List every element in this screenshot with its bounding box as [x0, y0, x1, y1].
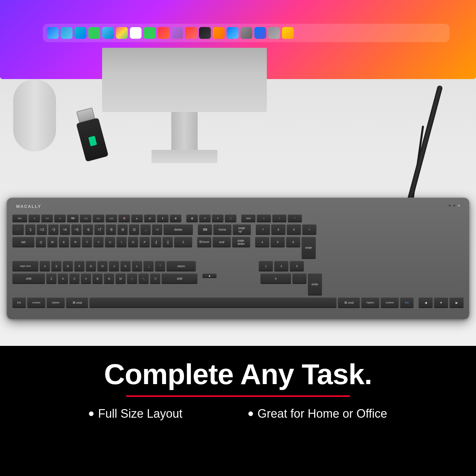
key-np-enter-2[interactable]: enter	[308, 273, 322, 295]
key-fwd-delete[interactable]: ⌦delete	[197, 237, 211, 247]
key-0[interactable]: )0	[129, 224, 139, 235]
key-cmd-left[interactable]: ⌘ cmd	[66, 297, 88, 308]
key-n[interactable]: N	[104, 273, 114, 284]
key-backslash[interactable]: |\	[174, 237, 192, 247]
key-pgup[interactable]: pageup	[233, 224, 251, 235]
key-lbracket[interactable]: {[	[151, 237, 161, 247]
key-np-8[interactable]: 8	[271, 224, 286, 235]
key-s[interactable]: S	[51, 261, 62, 271]
key-comma[interactable]: <,	[127, 273, 137, 284]
key-np-2[interactable]: 2	[274, 261, 289, 271]
key-np-plus[interactable]: +	[302, 224, 317, 235]
key-1[interactable]: !1	[25, 224, 36, 235]
key-num-lock[interactable]: ⌨	[198, 224, 212, 235]
key-x[interactable]: X	[58, 273, 68, 284]
key-4[interactable]: $4	[60, 224, 70, 235]
key-backtick[interactable]: ~`	[12, 224, 24, 235]
key-o[interactable]: O	[128, 237, 138, 247]
key-k[interactable]: K	[120, 261, 131, 271]
key-bright-up[interactable]: ☀	[212, 214, 224, 222]
key-2[interactable]: @2	[37, 224, 47, 235]
key-rbracket[interactable]: }]	[162, 237, 173, 247]
key-end[interactable]: end	[212, 237, 231, 247]
key-f11[interactable]: ⬆	[157, 214, 169, 222]
key-r[interactable]: R	[70, 237, 81, 247]
key-h[interactable]: H	[97, 261, 108, 271]
key-f3[interactable]: ✦	[54, 214, 66, 222]
key-c[interactable]: C	[69, 273, 80, 284]
key-down[interactable]: ▼	[434, 297, 448, 308]
key-np-eq[interactable]: =	[257, 214, 271, 222]
key-np-enter[interactable]: enter	[301, 237, 316, 259]
key-f7[interactable]: ▷▷|	[105, 214, 117, 222]
key-8[interactable]: *8	[106, 224, 116, 235]
key-esc[interactable]: esc	[12, 214, 27, 222]
key-d[interactable]: D	[63, 261, 73, 271]
key-pwr[interactable]: ⏻	[186, 214, 198, 222]
key-shift-right[interactable]: shift	[161, 273, 198, 284]
key-option-left[interactable]: Option	[46, 297, 65, 308]
key-f4[interactable]: ⌨	[67, 214, 79, 222]
key-9[interactable]: (9	[117, 224, 128, 235]
key-period[interactable]: >.	[138, 273, 149, 284]
key-p[interactable]: P	[139, 237, 150, 247]
key-g[interactable]: G	[86, 261, 96, 271]
key-f10[interactable]: 🔊	[144, 214, 156, 222]
key-capslock[interactable]: caps lock	[12, 261, 39, 271]
key-np-dot[interactable]: .	[292, 273, 307, 284]
key-lock[interactable]: ⬛	[225, 214, 237, 222]
key-np-clear[interactable]: clear	[241, 214, 256, 222]
key-np-6[interactable]: 6	[286, 237, 300, 247]
key-j[interactable]: J	[109, 261, 119, 271]
key-3[interactable]: #3	[48, 224, 59, 235]
key-f12[interactable]: 🖥	[170, 214, 182, 222]
key-np-3[interactable]: 3	[290, 261, 304, 271]
key-f[interactable]: F	[74, 261, 85, 271]
key-control-right[interactable]: control	[380, 297, 399, 308]
key-z[interactable]: Z	[46, 273, 57, 284]
key-fn[interactable]: Fn	[12, 297, 26, 308]
key-right[interactable]: ▶	[449, 297, 464, 308]
key-space[interactable]	[89, 297, 337, 308]
key-left[interactable]: ◀	[418, 297, 433, 308]
key-np-5[interactable]: 5	[270, 237, 285, 247]
key-np-4[interactable]: 4	[255, 237, 269, 247]
key-f8[interactable]: 🔇	[118, 214, 130, 222]
key-fn-right[interactable]: Fn	[400, 297, 414, 308]
key-equals[interactable]: +=	[152, 224, 162, 235]
key-return[interactable]: return	[166, 261, 196, 271]
key-pgdn[interactable]: pagedown	[232, 237, 250, 247]
key-bright-down[interactable]: ☀	[199, 214, 211, 222]
key-a[interactable]: A	[40, 261, 50, 271]
key-cmd-right[interactable]: ⌘ cmd	[338, 297, 360, 308]
key-home[interactable]: home	[213, 224, 232, 235]
key-up[interactable]: ▲	[202, 273, 217, 278]
key-f1[interactable]: ☀	[28, 214, 40, 222]
key-f5[interactable]: ◁◁	[80, 214, 92, 222]
key-control-left[interactable]: control	[27, 297, 45, 308]
key-e[interactable]: E	[59, 237, 69, 247]
key-u[interactable]: U	[105, 237, 115, 247]
key-q[interactable]: Q	[36, 237, 46, 247]
key-shift-left[interactable]: shift	[12, 273, 45, 284]
key-option-right[interactable]: Option	[361, 297, 379, 308]
key-i[interactable]: I	[116, 237, 127, 247]
key-w[interactable]: W	[47, 237, 58, 247]
key-6[interactable]: ^6	[83, 224, 93, 235]
key-np-0[interactable]: 0	[260, 273, 291, 284]
key-y[interactable]: Y	[93, 237, 104, 247]
key-minus[interactable]: _-	[140, 224, 151, 235]
key-m[interactable]: M	[115, 273, 126, 284]
key-f6[interactable]: ▷▷	[93, 214, 104, 222]
key-slash[interactable]: ?/	[150, 273, 160, 284]
key-np-7[interactable]: 7	[256, 224, 270, 235]
key-np-1[interactable]: 1	[259, 261, 273, 271]
key-f9[interactable]: 🔈	[131, 214, 143, 222]
key-np-9[interactable]: 9	[287, 224, 301, 235]
key-b[interactable]: B	[92, 273, 103, 284]
key-semicolon[interactable]: :;	[143, 261, 154, 271]
key-f2[interactable]: ☀☀	[41, 214, 53, 222]
key-np-mul[interactable]: *	[288, 214, 302, 222]
key-t[interactable]: T	[82, 237, 92, 247]
key-v[interactable]: V	[81, 273, 91, 284]
